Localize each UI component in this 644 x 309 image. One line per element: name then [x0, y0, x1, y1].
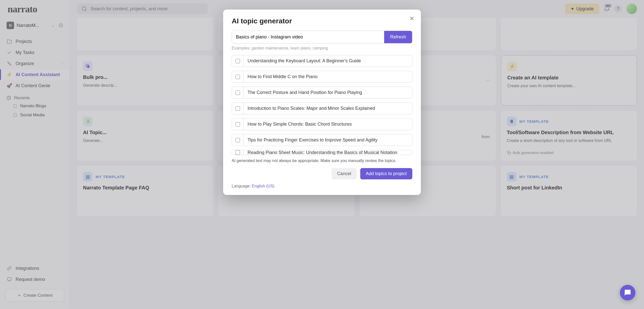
add-topics-button[interactable]: Add topics to project	[360, 168, 412, 179]
topic-checkbox[interactable]	[235, 138, 240, 142]
close-icon: ✕	[409, 15, 414, 22]
prompt-row: Refresh	[232, 31, 412, 43]
modal-overlay: AI topic generator ✕ Refresh Examples: g…	[0, 0, 644, 309]
topic-text[interactable]: The Correct Posture and Hand Position fo…	[244, 87, 412, 98]
topic-text[interactable]: How to Find Middle C on the Piano	[244, 71, 412, 82]
topic-text[interactable]: Reading Piano Sheet Music: Understanding…	[244, 150, 412, 155]
modal-title: AI topic generator	[232, 17, 412, 25]
refresh-button[interactable]: Refresh	[384, 31, 412, 43]
chat-bubble[interactable]	[620, 285, 635, 300]
topic-checkbox[interactable]	[235, 122, 240, 127]
topic-text[interactable]: Understanding the Keyboard Layout: A Beg…	[244, 55, 412, 67]
ai-topic-modal: AI topic generator ✕ Refresh Examples: g…	[223, 10, 421, 195]
topic-item: Reading Piano Sheet Music: Understanding…	[232, 150, 412, 155]
chat-icon	[624, 289, 631, 296]
close-button[interactable]: ✕	[409, 15, 414, 22]
topic-text[interactable]: Introduction to Piano Scales: Major and …	[244, 103, 412, 114]
language-link[interactable]: English (US)	[252, 184, 274, 188]
examples-text: Examples: garden maintenance, learn pian…	[232, 46, 412, 50]
language-label: Language:	[232, 184, 252, 188]
topic-list: Understanding the Keyboard Layout: A Beg…	[232, 55, 412, 155]
topic-checkbox[interactable]	[235, 106, 240, 111]
topic-item: The Correct Posture and Hand Position fo…	[232, 87, 412, 98]
topic-item: How to Play Simple Chords: Basic Chord S…	[232, 118, 412, 130]
cancel-button[interactable]: Cancel	[332, 168, 357, 179]
topic-checkbox[interactable]	[235, 150, 240, 155]
topic-checkbox[interactable]	[235, 75, 240, 79]
topic-checkbox[interactable]	[235, 90, 240, 95]
topic-item: How to Find Middle C on the Piano	[232, 71, 412, 83]
language-row: Language: English (US)	[232, 184, 412, 188]
topic-checkbox[interactable]	[235, 59, 240, 63]
topic-item: Introduction to Piano Scales: Major and …	[232, 102, 412, 114]
prompt-input[interactable]	[232, 31, 384, 43]
disclaimer: AI generated text may not always be appr…	[232, 159, 412, 163]
topic-item: Tips for Practicing Finger Exercises to …	[232, 134, 412, 146]
topic-text[interactable]: Tips for Practicing Finger Exercises to …	[244, 134, 412, 146]
topic-text[interactable]: How to Play Simple Chords: Basic Chord S…	[244, 119, 412, 130]
modal-actions: Cancel Add topics to project	[232, 168, 412, 179]
topic-item: Understanding the Keyboard Layout: A Beg…	[232, 55, 412, 67]
